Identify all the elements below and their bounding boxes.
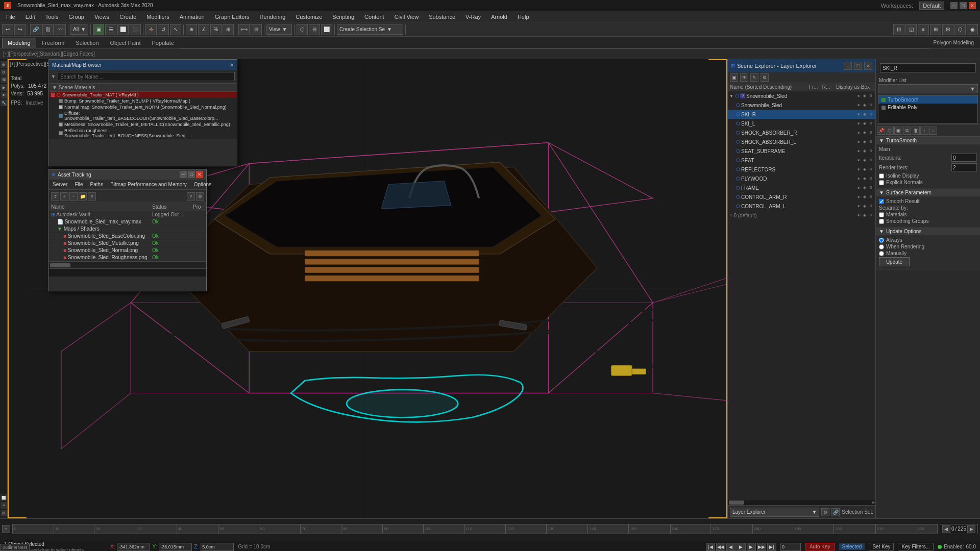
rect-select-button[interactable]: ⬜: [117, 24, 129, 35]
layer-link-btn[interactable]: 🔗: [831, 508, 840, 516]
tab-selection[interactable]: Selection: [70, 38, 104, 48]
asset-row-file[interactable]: 📄 Snowmobile_Sled_max_vray.max Ok: [49, 218, 206, 226]
menu-help[interactable]: Help: [516, 13, 531, 21]
asset-menu-paths[interactable]: Paths: [89, 181, 105, 188]
tree-item-seat[interactable]: ⬡ SEAT 👁 ◉ ⚙: [728, 156, 875, 165]
asset-menu-file[interactable]: File: [73, 181, 84, 188]
tree-item-reflectors[interactable]: ⬡ REFLECTORS 👁 ◉ ⚙: [728, 165, 875, 174]
asset-menu-bitmap[interactable]: Bitmap Performance and Memory: [109, 181, 188, 188]
object-name-field[interactable]: [880, 63, 976, 72]
menu-views[interactable]: Views: [92, 13, 111, 21]
tree-item-snowmobile-sled[interactable]: ▼ ⬡ S Snowmobile_Sled 👁 ◉ ⚙: [728, 91, 875, 101]
material-browser-close[interactable]: ✕: [230, 62, 234, 68]
asset-list-view-btn[interactable]: ≡: [88, 192, 96, 201]
asset-tracking-titlebar[interactable]: ⊞ Asset Tracking ─ □ ✕: [49, 169, 206, 180]
material-item-5[interactable]: Reflection roughness: Snowmobile_Trailer…: [49, 128, 237, 139]
view-cube-button[interactable]: ⬡: [297, 24, 308, 35]
tree-item-sled-obj[interactable]: ⬡ Snowmobile_Sled 👁 ◉ ⚙: [728, 101, 875, 110]
se-display-btn[interactable]: 👁: [740, 73, 748, 82]
menu-arnold[interactable]: Arnold: [489, 13, 509, 21]
select-by-name-button[interactable]: ☰: [105, 24, 116, 35]
tree-item-seat-subframe[interactable]: ⬡ SEAT_SUBFRAME 👁 ◉ ⚙: [728, 146, 875, 156]
menu-civil-view[interactable]: Civil View: [393, 13, 421, 21]
y-input[interactable]: [159, 543, 192, 551]
go-end-btn[interactable]: ▶|: [767, 543, 776, 551]
asset-maximize[interactable]: □: [188, 171, 195, 178]
workspaces-value[interactable]: Default: [919, 2, 944, 10]
smooth-result-checkbox[interactable]: [879, 199, 884, 204]
tree-item-frame[interactable]: ⬡ FRAME 👁 ◉ ⚙: [728, 183, 875, 192]
key-filters-btn[interactable]: Key Filters...: [898, 543, 934, 550]
smoothing-groups-checkbox[interactable]: [879, 219, 884, 224]
menu-edit[interactable]: Edit: [23, 13, 37, 21]
material-item-0[interactable]: ⬡ Snowmobile_Trailer_MAT ( VRayMtl ): [49, 92, 237, 98]
modifier-add-dropdown[interactable]: ▼: [878, 84, 978, 93]
mod-copy-btn[interactable]: ⧉: [903, 127, 911, 135]
set-key-btn[interactable]: Set Key: [869, 543, 894, 550]
menu-animation[interactable]: Animation: [178, 13, 207, 21]
material-item-2[interactable]: Normal map: Snowmobile_Trailer_tent_NORM…: [49, 104, 237, 110]
menu-graph-editors[interactable]: Graph Editors: [213, 13, 252, 21]
asset-minimize[interactable]: ─: [180, 171, 187, 178]
link-button[interactable]: 🔗: [30, 24, 41, 35]
iterations-input[interactable]: [951, 154, 977, 162]
when-rendering-radio[interactable]: [879, 244, 884, 249]
explicit-normals-checkbox[interactable]: [879, 180, 884, 185]
se-customize-btn[interactable]: ⚙: [761, 73, 769, 82]
maximize-button[interactable]: □: [960, 2, 967, 9]
viewport[interactable]: [+][Perspective][Standard][Edged Faces] …: [8, 59, 727, 518]
search-dropdown-icon[interactable]: ▼: [51, 74, 56, 79]
asset-help-btn[interactable]: ?: [187, 192, 195, 201]
asset-menu-server[interactable]: Server: [51, 181, 69, 188]
close-button[interactable]: ✕: [969, 2, 976, 9]
add-key-btn[interactable]: +: [2, 525, 10, 533]
prev-key-btn[interactable]: ◀◀: [716, 543, 725, 551]
mirror-button[interactable]: ⟺: [238, 24, 250, 35]
scene-explorer-close[interactable]: ✕: [864, 62, 872, 70]
motion-tab-icon[interactable]: ▶: [1, 84, 7, 91]
mod-up-btn[interactable]: ↑: [920, 127, 928, 135]
tree-item-plywood[interactable]: ⬡ PLYWOOD 👁 ◉ ⚙: [728, 174, 875, 183]
select-object-button[interactable]: ▣: [93, 24, 104, 35]
material-editor-button[interactable]: ⬡: [954, 24, 966, 35]
viewport-label-dropdown[interactable]: View ▼: [266, 24, 292, 35]
menu-customize[interactable]: Customize: [293, 13, 324, 21]
unlink-button[interactable]: ⛓: [42, 24, 54, 35]
asset-row-texture-2[interactable]: ■ Snowmobile_Sled_Normal.png Ok: [49, 247, 206, 254]
layer-settings-btn[interactable]: ⚙: [821, 508, 829, 516]
modify-tab-icon[interactable]: ⚙: [1, 69, 7, 76]
menu-create[interactable]: Create: [117, 13, 138, 21]
x-input[interactable]: [117, 543, 150, 551]
tree-item-shock-l[interactable]: ⬡ SHOCK_ABSORBER_L 👁 ◉ ⚙: [728, 137, 875, 146]
next-key-btn[interactable]: ▶▶: [757, 543, 766, 551]
material-browser-titlebar[interactable]: Material/Map Browser ✕: [49, 60, 237, 70]
snap-toggle-button[interactable]: ⊕: [186, 24, 197, 35]
tree-item-default[interactable]: ○ 0 (default) 👁 ◉ ⚙: [728, 211, 875, 220]
turbsmooth-rollout-header[interactable]: ▼ TurboSmooth: [876, 137, 980, 144]
schematic-button[interactable]: ⊞: [930, 24, 941, 35]
tab-freeform[interactable]: Freeform: [36, 38, 70, 48]
asset-row-texture-3[interactable]: ■ Snowmobile_Sled_Roughness.png Ok: [49, 254, 206, 261]
always-radio[interactable]: [879, 238, 884, 243]
current-frame-input[interactable]: [780, 543, 801, 551]
material-item-1[interactable]: Bump: Snowmobile_Trailer_tent_NBUMP ( VR…: [49, 98, 237, 104]
snap-options-button[interactable]: ⊟: [309, 24, 320, 35]
asset-browse-btn[interactable]: 📁: [79, 192, 87, 201]
asset-row-maps[interactable]: ▼ Maps / Shaders: [49, 226, 206, 233]
asset-row-vault[interactable]: ⊞ Autodesk Vault Logged Out ...: [49, 211, 206, 218]
isoline-checkbox[interactable]: [879, 173, 884, 179]
viewport-controls-icon[interactable]: ⊞: [1, 510, 7, 516]
create-tab-icon[interactable]: ⊕: [1, 61, 7, 68]
viewport-layout-icon[interactable]: ⬜: [1, 494, 7, 501]
material-item-3[interactable]: Diffuse: Snowmobile_Trailer_tent_BASECOL…: [49, 110, 237, 121]
select-region-button[interactable]: ⬜: [321, 24, 332, 35]
menu-rendering[interactable]: Rendering: [258, 13, 288, 21]
tree-item-ctrl-arm-l[interactable]: ⬡ CONTROL_ARM_L 👁 ◉ ⚙: [728, 202, 875, 211]
mod-show-all-btn[interactable]: ▣: [894, 127, 902, 135]
track-view-button[interactable]: ⊟: [942, 24, 953, 35]
menu-content[interactable]: Content: [362, 13, 386, 21]
ribbon-toggle-button[interactable]: ≡: [918, 24, 929, 35]
create-selection-set-dropdown[interactable]: Create Selection Se ▼: [337, 24, 403, 35]
mod-delete-btn[interactable]: 🗑: [912, 127, 920, 135]
manually-radio[interactable]: [879, 251, 884, 256]
